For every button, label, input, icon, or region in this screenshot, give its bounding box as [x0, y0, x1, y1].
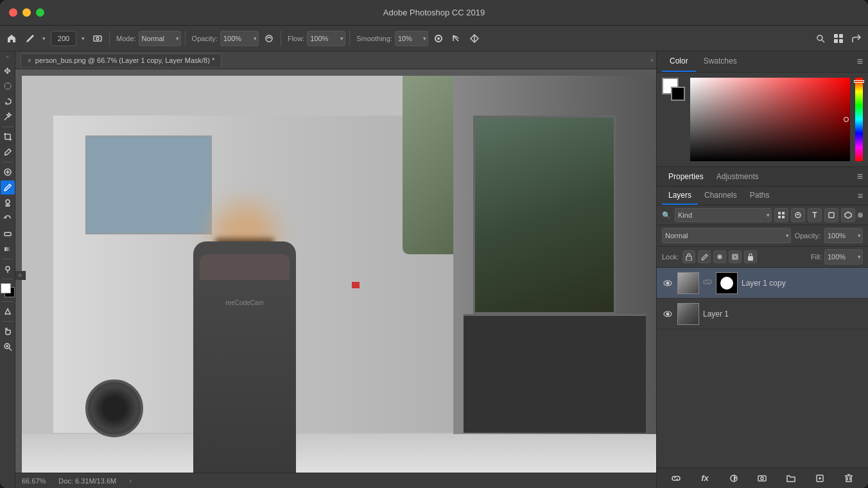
home-button[interactable] — [4, 31, 19, 46]
add-mask-button[interactable] — [754, 471, 770, 486]
filter-pixel-icon[interactable] — [774, 208, 788, 222]
tab-swatches[interactable]: Swatches — [696, 51, 745, 72]
smoothing-settings-button[interactable] — [431, 31, 446, 46]
pen-tool[interactable] — [1, 304, 15, 318]
filter-text-icon[interactable]: T — [808, 208, 822, 222]
symmetry-button[interactable] — [467, 31, 482, 46]
tab-properties[interactable]: Properties — [662, 167, 710, 186]
marquee-tool[interactable] — [1, 79, 15, 93]
filter-kind-select[interactable]: Kind — [675, 208, 772, 222]
brush-size-chevron[interactable]: ▾ — [79, 31, 87, 46]
status-arrow[interactable]: › — [129, 476, 132, 485]
color-spectrum[interactable] — [690, 78, 850, 161]
fg-bg-color-swatches[interactable] — [662, 78, 685, 101]
lock-pixels-icon[interactable] — [682, 250, 695, 263]
layer-effects-button[interactable]: fx — [697, 471, 713, 486]
canvas-viewport[interactable]: TRES reeCodeCam — [15, 69, 656, 473]
blend-mode-select[interactable]: Normal Multiply Screen Overlay — [662, 228, 791, 243]
svg-point-51 — [761, 477, 763, 480]
photo-canvas[interactable]: TRES reeCodeCam — [22, 76, 656, 473]
history-brush-tool[interactable] — [1, 211, 15, 225]
filter-adjust-icon[interactable] — [791, 208, 805, 222]
lock-brush-icon[interactable] — [698, 250, 711, 263]
maximize-button[interactable] — [36, 8, 44, 17]
filter-smartobj-icon[interactable] — [841, 208, 855, 222]
sub-tab-layers[interactable]: Layers — [662, 187, 698, 205]
opacity-value-wrapper[interactable]: 100% 75% 50% — [824, 228, 863, 243]
minimize-button[interactable] — [22, 8, 31, 17]
angle-button[interactable] — [449, 31, 464, 46]
lock-all-icon[interactable] — [744, 250, 757, 263]
expand-indicator: « — [6, 54, 8, 60]
close-button[interactable] — [9, 8, 17, 17]
spot-heal-tool[interactable] — [1, 165, 15, 179]
smoothing-select-wrapper[interactable]: 10% 25% 50% — [395, 31, 428, 46]
link-layers-button[interactable] — [668, 471, 684, 486]
sub-tab-paths[interactable]: Paths — [743, 187, 776, 205]
spectrum-picker[interactable] — [844, 117, 849, 122]
dodge-tool[interactable] — [1, 262, 15, 276]
opacity-select-wrapper[interactable]: 100% 75% 50% — [220, 31, 259, 46]
new-fill-adjustment-button[interactable] — [726, 471, 742, 486]
share-button[interactable] — [849, 31, 864, 46]
layer-visibility-1[interactable] — [662, 308, 673, 320]
workspace-button[interactable] — [831, 31, 846, 46]
brush-options-button[interactable] — [90, 31, 105, 46]
fill-value-select[interactable]: 100% 75% 50% — [824, 249, 863, 265]
new-group-button[interactable] — [783, 471, 799, 486]
hue-strip[interactable] — [855, 78, 863, 161]
foreground-color[interactable] — [1, 283, 11, 293]
panels-expand-right[interactable]: » — [650, 57, 656, 64]
mode-select-wrapper[interactable]: Normal Dissolve Multiply — [139, 31, 181, 46]
foreground-background-colors[interactable] — [1, 283, 15, 297]
layer-row-1[interactable]: Layer 1 — [657, 299, 868, 329]
delete-layer-button[interactable] — [841, 471, 856, 486]
move-tool[interactable]: ✥ — [1, 64, 15, 78]
color-panel-menu[interactable]: ≡ — [857, 56, 863, 67]
gradient-tool[interactable] — [1, 242, 15, 256]
eraser-tool[interactable] — [1, 227, 15, 241]
sub-tab-channels[interactable]: Channels — [698, 187, 743, 205]
crop-tool[interactable] — [1, 130, 15, 144]
tab-close-x[interactable]: × — [28, 57, 31, 64]
tab-adjustments[interactable]: Adjustments — [710, 167, 765, 186]
canvas-tab[interactable]: × person_bus.png @ 66.7% (Layer 1 copy, … — [21, 53, 221, 67]
expand-left[interactable]: « — [15, 271, 26, 280]
layer-visibility-copy[interactable] — [662, 277, 673, 289]
layer-row-copy[interactable]: Layer 1 copy — [657, 268, 868, 299]
fill-value-wrapper[interactable]: 100% 75% 50% — [824, 249, 863, 265]
mode-select[interactable]: Normal Dissolve Multiply — [139, 31, 181, 46]
flow-select-wrapper[interactable]: 100% 75% 50% — [307, 31, 345, 46]
filter-kind-wrapper[interactable]: Kind — [675, 208, 772, 222]
tool-sep-5 — [2, 301, 13, 302]
background-color-swatch[interactable] — [671, 87, 685, 101]
zoom-tool[interactable] — [1, 340, 15, 354]
smoothing-select[interactable]: 10% 25% 50% — [395, 31, 428, 46]
eyedropper-tool[interactable] — [1, 145, 15, 159]
separator-1 — [109, 31, 110, 46]
tab-color[interactable]: Color — [662, 51, 696, 72]
filter-shape-icon[interactable] — [824, 208, 838, 222]
blend-mode-wrapper[interactable]: Normal Multiply Screen Overlay — [662, 228, 791, 243]
layers-panel-menu[interactable]: ≡ — [858, 191, 863, 201]
lock-artboard-icon[interactable] — [729, 250, 742, 263]
svg-point-25 — [6, 266, 10, 270]
opacity-select[interactable]: 100% 75% 50% — [220, 31, 259, 46]
brush-tool-sidebar[interactable] — [1, 180, 15, 195]
lasso-tool[interactable] — [1, 94, 15, 109]
opacity-value-select[interactable]: 100% 75% 50% — [824, 228, 863, 243]
stamp-tool[interactable] — [1, 196, 15, 210]
brush-tool-button[interactable] — [22, 31, 37, 46]
new-layer-button[interactable] — [812, 471, 828, 486]
photo-bus-right-window — [473, 116, 615, 314]
pressure-opacity-button[interactable] — [261, 31, 277, 46]
svg-rect-43 — [734, 256, 736, 258]
lock-position-icon[interactable] — [713, 250, 726, 263]
hand-tool[interactable] — [1, 324, 15, 338]
layer-chain-copy[interactable] — [703, 277, 712, 288]
search-button[interactable] — [813, 31, 828, 46]
brush-preset-button[interactable]: ▾ — [40, 31, 48, 46]
magic-wand-tool[interactable] — [1, 110, 15, 124]
properties-panel-menu[interactable]: ≡ — [857, 171, 863, 182]
flow-select[interactable]: 100% 75% 50% — [307, 31, 345, 46]
